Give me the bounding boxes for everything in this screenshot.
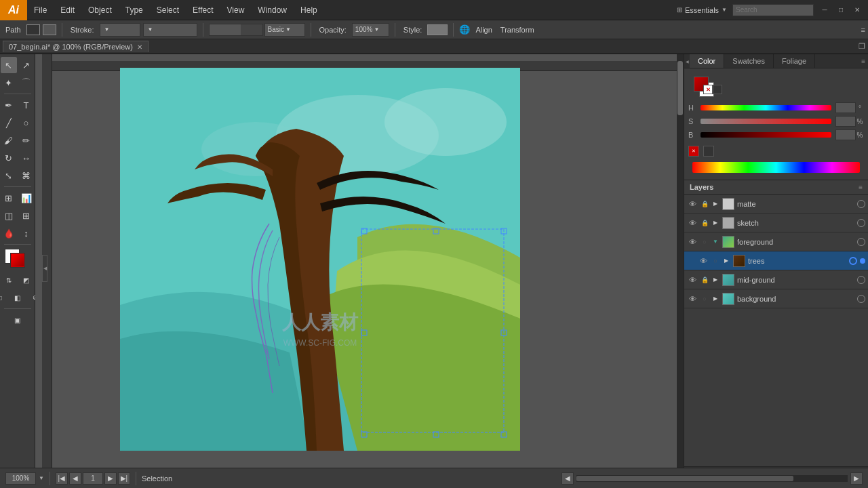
menu-select[interactable]: Select	[150, 0, 186, 20]
layer-background-circle[interactable]	[857, 295, 865, 303]
left-panel-collapse[interactable]: ◀	[42, 255, 47, 282]
mesh-tool[interactable]: ⊞	[18, 207, 35, 224]
layer-midground-visibility[interactable]: 👁	[687, 274, 698, 285]
rotate-tool[interactable]: ↻	[1, 150, 17, 166]
ellipse-tool[interactable]: ○	[18, 115, 35, 131]
layer-sketch-visibility[interactable]: 👁	[687, 218, 698, 228]
magic-wand-tool[interactable]: ✦	[1, 75, 17, 91]
layer-foreground-circle[interactable]	[857, 238, 865, 246]
layer-sketch-circle[interactable]	[857, 219, 865, 227]
none-indicator[interactable]: ✕	[703, 85, 713, 94]
change-screen-btn[interactable]: ▣	[9, 312, 26, 328]
vertical-scrollbar[interactable]	[677, 54, 684, 476]
stroke-width-dropdown[interactable]: ▼	[100, 23, 140, 37]
default-colors-btn[interactable]: ◩	[18, 272, 35, 288]
layer-matte-lock[interactable]: 🔒	[699, 199, 710, 209]
layer-background[interactable]: 👁 ○ ▶ background	[684, 289, 868, 308]
layer-matte-visibility[interactable]: 👁	[687, 199, 698, 209]
canvas-document[interactable]: 人人素材 WWW.SC-FIG.COM	[120, 68, 520, 451]
layer-midground-expand[interactable]: ▶	[711, 276, 719, 284]
saturation-slider[interactable]	[701, 119, 831, 124]
scroll-right-btn[interactable]: ▶	[850, 472, 863, 485]
layers-panel-menu[interactable]: ≡	[859, 184, 863, 191]
layer-trees-lock[interactable]: ○	[710, 256, 721, 266]
layer-trees[interactable]: 👁 ○ ▶ trees	[684, 251, 868, 270]
layer-trees-circle[interactable]	[849, 257, 857, 265]
layer-trees-visibility[interactable]: 👁	[698, 256, 709, 266]
bottom-scroll-thumb[interactable]	[576, 476, 793, 481]
lasso-tool[interactable]: ⌒	[18, 75, 35, 91]
last-page-btn[interactable]: ▶|	[118, 472, 130, 485]
hue-slider[interactable]	[701, 105, 831, 110]
document-tab[interactable]: 07_begin.ai* @ 100% (RGB/Preview) ✕	[3, 41, 149, 52]
type-tool[interactable]: T	[18, 97, 35, 113]
tab-swatches[interactable]: Swatches	[724, 54, 774, 68]
brightness-slider[interactable]	[701, 132, 831, 138]
opacity-dropdown[interactable]: 100% ▼	[352, 23, 389, 37]
scale-tool[interactable]: ⤡	[1, 167, 17, 184]
layer-background-expand[interactable]: ▶	[711, 295, 719, 303]
search-input[interactable]	[732, 4, 814, 16]
layer-foreground-lock[interactable]: ○	[699, 237, 710, 247]
direct-select-tool[interactable]: ↗	[18, 57, 35, 73]
saturation-value[interactable]	[835, 116, 856, 127]
canvas-area[interactable]: 人人素材 WWW.SC-FIG.COM ◀	[35, 54, 684, 483]
maximize-button[interactable]: □	[835, 5, 846, 16]
gradient-mode-btn[interactable]: ◧	[9, 289, 26, 306]
stroke-width-slider[interactable]	[209, 24, 263, 36]
menu-file[interactable]: File	[27, 0, 54, 20]
layer-midground[interactable]: 👁 🔒 ▶ mid-ground	[684, 270, 868, 289]
layer-matte-circle[interactable]	[857, 200, 865, 208]
align-button[interactable]: Align	[473, 26, 494, 34]
next-page-btn[interactable]: ▶	[104, 472, 117, 485]
layer-foreground-expand[interactable]: ▼	[711, 238, 719, 246]
brightness-value[interactable]	[835, 129, 856, 140]
fill-indicator[interactable]: ✕	[688, 146, 699, 157]
layer-matte-expand[interactable]: ▶	[711, 200, 719, 208]
menu-type[interactable]: Type	[119, 0, 150, 20]
scroll-left-btn[interactable]: ◀	[561, 472, 574, 485]
panel-toggle-icon[interactable]: ≡	[861, 26, 865, 34]
layer-background-visibility[interactable]: 👁	[687, 293, 698, 304]
menu-edit[interactable]: Edit	[54, 0, 81, 20]
layer-foreground[interactable]: 👁 ○ ▼ foreground	[684, 232, 868, 251]
page-input[interactable]	[83, 472, 103, 485]
measure-tool[interactable]: ↕	[18, 225, 35, 241]
swap-colors-btn[interactable]: ⇅	[1, 272, 17, 288]
zoom-dropdown-arrow[interactable]: ▼	[39, 475, 44, 481]
panel-collapse-btn[interactable]: ◀	[684, 54, 690, 68]
mirror-tool[interactable]: ↔	[18, 150, 35, 166]
prev-page-btn[interactable]: ◀	[69, 472, 81, 485]
menu-effect[interactable]: Effect	[186, 0, 220, 20]
graph-tool[interactable]: ⊞	[1, 190, 17, 206]
color-spectrum-bar[interactable]	[692, 162, 860, 173]
close-button[interactable]: ✕	[852, 5, 863, 16]
zoom-input[interactable]	[5, 472, 36, 485]
layer-matte[interactable]: 👁 🔒 ▶ matte	[684, 195, 868, 214]
warp-tool[interactable]: ⌘	[18, 167, 35, 184]
line-tool[interactable]: ╱	[1, 115, 17, 131]
menu-window[interactable]: Window	[251, 0, 294, 20]
bottom-scrollbar[interactable]	[576, 475, 848, 482]
menu-object[interactable]: Object	[81, 0, 119, 20]
style-swatch[interactable]	[427, 24, 448, 35]
layer-midground-circle[interactable]	[857, 276, 865, 284]
select-tool[interactable]: ↖	[1, 57, 17, 73]
menu-view[interactable]: View	[220, 0, 252, 20]
pen-tool[interactable]: ✒	[1, 97, 17, 113]
workspace-dropdown-icon[interactable]: ▼	[722, 7, 727, 13]
vertical-scroll-thumb[interactable]	[677, 61, 683, 115]
arrange-icon[interactable]: ❐	[859, 42, 865, 51]
black-fill-box[interactable]	[713, 85, 722, 94]
document-tab-close[interactable]: ✕	[137, 43, 142, 51]
eyedropper-tool[interactable]: 🩸	[1, 225, 17, 241]
first-page-btn[interactable]: |◀	[56, 472, 68, 485]
globe-icon[interactable]: 🌐	[459, 24, 470, 35]
stroke-style-dropdown[interactable]: ▼	[143, 23, 197, 37]
layer-foreground-visibility[interactable]: 👁	[687, 237, 698, 247]
hue-value[interactable]	[835, 102, 856, 113]
pencil-tool[interactable]: ✏	[18, 132, 35, 148]
fill-color-swatch[interactable]	[10, 253, 25, 268]
blend-mode-dropdown[interactable]: Basic ▼	[264, 23, 305, 37]
paintbrush-tool[interactable]: 🖌	[1, 132, 17, 148]
